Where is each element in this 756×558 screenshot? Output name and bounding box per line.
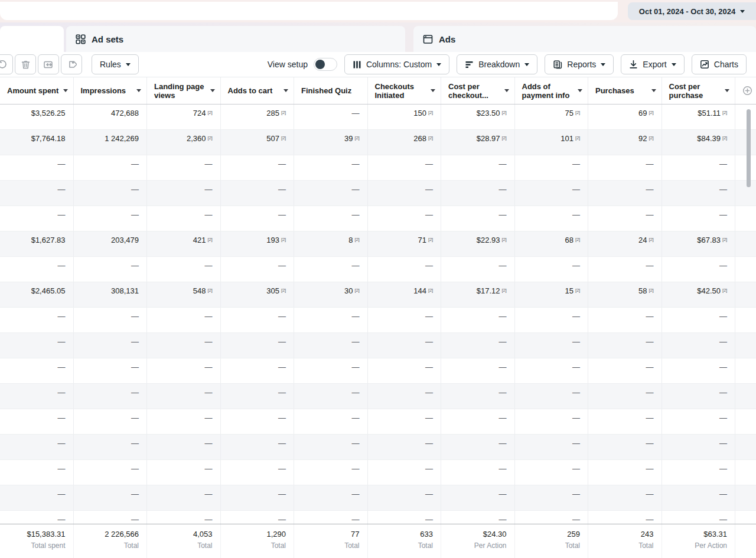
column-header-amount-spent[interactable]: Amount spent [0,77,74,104]
cell-value: — [131,464,139,473]
cell: — [0,155,74,180]
cell: — [0,511,74,524]
tab-ads[interactable]: Ads [413,26,756,52]
tab-ad-sets[interactable]: Ad sets [66,26,405,52]
cell: — [0,333,74,358]
breakdown-button[interactable]: Breakdown [457,54,537,74]
chevron-down-icon [601,63,605,66]
cell-value: — [572,439,580,448]
vertical-scrollbar[interactable] [747,109,751,187]
footer-total-cell: 243Total [588,524,662,558]
export-button[interactable]: Export [621,54,684,74]
charts-button[interactable]: Charts [692,54,747,74]
cell: — [441,358,515,383]
reports-icon [553,60,562,69]
table-row: —————————— [0,333,756,358]
cell: 75[2] [515,105,589,129]
cell-value: — [572,388,580,397]
table-row: —————————— [0,485,756,511]
cell: 150[2] [368,105,442,129]
cell-spacer [735,485,756,510]
column-header-checkouts-initiated[interactable]: Checkouts Initiated [368,77,442,104]
column-header-label: Landing page views [154,82,208,100]
cell-attribution-badge: [2] [208,110,213,115]
cell-value: — [278,185,286,194]
columns-button[interactable]: Columns: Custom [344,54,449,74]
cell: — [147,308,221,332]
sort-caret-icon [504,89,509,92]
cell: — [441,435,515,459]
cell-attribution-badge: [2] [575,135,580,141]
footer-total-cell: $24.30Per Action [441,524,515,558]
cell-value: — [425,464,433,473]
column-header-finished-quiz[interactable]: Finished Quiz [294,77,368,104]
export-label: Export [643,60,666,69]
cell: — [0,181,74,205]
cell: — [441,460,515,485]
cell: — [0,308,74,332]
top-bar-surface [0,2,618,20]
add-column-button[interactable] [742,86,752,96]
cell-spacer [735,384,756,409]
cell: — [662,384,736,409]
cell: 101[2] [515,130,589,155]
footer-total-label: Total [638,541,653,550]
cell-value: — [425,388,433,397]
footer-total-cell: 633Total [368,524,442,558]
cell: — [515,181,589,205]
cell-value: — [131,337,139,346]
cell-value: — [58,439,66,448]
cell-value: 39 [344,134,353,143]
cell-value: $17.12 [477,286,500,295]
chevron-down-icon [436,63,441,66]
cell: — [515,511,589,524]
cell: — [221,155,295,180]
cell-value: — [646,261,654,270]
reports-button[interactable]: Reports [545,54,614,74]
cell-value: — [646,388,654,397]
footer-total-value: $15,383.31 [27,530,65,539]
cell-spacer [735,435,756,459]
date-range-button[interactable]: Oct 01, 2024 - Oct 30, 2024 [628,2,756,20]
cell-value: — [352,363,360,371]
view-setup-toggle[interactable] [314,58,337,71]
cell-spacer [735,105,756,129]
column-header-impressions[interactable]: Impressions [74,77,148,104]
cell: 421[2] [147,231,221,256]
reports-label: Reports [567,60,596,69]
cell: 548[2] [147,282,221,307]
cell: 15[2] [515,282,589,307]
undo-button[interactable] [0,54,13,74]
cell: — [294,485,368,510]
ab-test-button[interactable] [38,54,59,74]
ads-window-icon [423,34,433,44]
cell-value: — [499,261,507,270]
cell: — [662,409,736,434]
cell: — [368,181,442,205]
cell-attribution-badge: [2] [722,288,727,293]
cell-value: 92 [638,134,647,143]
column-header-landing-page-views[interactable]: Landing page views [147,77,221,104]
cell-attribution-badge: [2] [575,110,580,115]
cell: — [0,485,74,510]
cell: — [221,257,295,282]
cell: $22.93[2] [441,231,515,256]
cell: — [662,257,736,282]
cell: — [221,435,295,459]
column-header-purchases[interactable]: Purchases [588,77,662,104]
cell-value: — [352,337,360,346]
cell: 305[2] [221,282,295,307]
column-header-cost-per-purchase[interactable]: Cost per purchase [662,77,736,104]
column-header-adds-to-cart[interactable]: Adds to cart [221,77,295,104]
tag-button[interactable] [61,54,82,74]
tab-active-blank[interactable] [0,26,64,52]
rules-button[interactable]: Rules [92,54,139,74]
cell: — [0,384,74,409]
column-header-adds-of-payment-info[interactable]: Adds of payment info [515,77,589,104]
cell-value: $1,627.83 [31,236,66,244]
cell-value: — [58,210,66,219]
cell: — [441,485,515,510]
column-header-cost-per-checkout[interactable]: Cost per checkout... [441,77,515,104]
delete-button[interactable] [15,54,36,74]
cell-attribution-badge: [2] [649,237,654,242]
